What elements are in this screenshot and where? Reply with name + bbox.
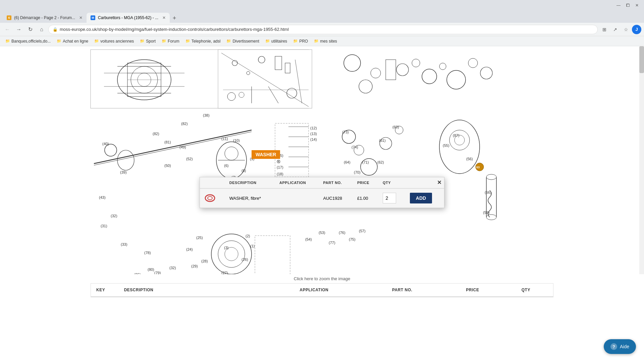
translate-icon[interactable]: ⊞ [600,25,609,34]
scrollbar-track[interactable] [639,46,644,274]
svg-text:(33): (33) [121,242,127,246]
svg-text:(43): (43) [99,195,106,199]
col-header-price: PRICE [353,177,379,188]
tab-close-forum[interactable]: ✕ [79,15,83,20]
col-header-qty: QTY [379,177,406,188]
svg-text:(52): (52) [186,157,193,161]
technical-diagram[interactable]: (40) (39) (38) (82) (82) (81) (49) (52) … [0,46,644,274]
col-header-img [200,177,225,188]
svg-text:(38): (38) [203,113,210,117]
home-button[interactable]: ⌂ [37,25,46,34]
svg-text:(82): (82) [181,122,188,126]
svg-text:(76): (76) [339,231,345,235]
bookmark-banques[interactable]: 📁 Banques,officiels,do... [3,38,53,44]
folder-icon: 📁 [226,39,231,43]
close-control[interactable]: ✕ [635,3,639,8]
svg-text:(56): (56) [466,157,473,161]
bookmark-telephonie[interactable]: 📁 Telephonie, adsl [183,38,223,44]
nav-icons: ⊞ ↗ ☆ J [600,25,641,34]
bookmark-label: Divertissement [232,39,259,44]
bookmark-label: PRO [299,39,308,44]
svg-point-108 [486,215,496,220]
tab-label-forum: (6) Démarrage - Page 2 - Forum... [14,15,75,20]
profile-icon-btn[interactable]: J [632,25,641,34]
svg-text:(74): (74) [352,145,358,149]
url-bar[interactable]: 🔒 moss-europe.co.uk/shop-by-model/mg/mga… [48,25,598,34]
svg-text:(29): (29) [191,264,198,268]
svg-rect-127 [255,236,290,274]
zoom-text[interactable]: Click here to zoom the image [0,274,644,283]
bookmark-label: voitures anciennes [100,39,134,44]
svg-text:(86): (86) [134,273,141,274]
part-image [204,192,216,204]
share-icon[interactable]: ↗ [610,25,620,34]
svg-text:(24): (24) [186,247,193,251]
table-row: WASHER, fibre* AUC1928 £1.00 ADD [200,188,444,208]
maximize-control[interactable]: ⧠ [626,3,630,8]
modal-close-button[interactable]: ✕ [437,179,441,186]
tab-carburettors[interactable]: M Carburettors - MGA (1955-62) - ... ✕ [87,13,170,23]
bookmark-label: utilitaires [271,39,287,44]
svg-text:(11): (11) [221,137,228,141]
add-to-cart-button[interactable]: ADD [410,193,432,203]
diagram-area[interactable]: (40) (39) (38) (82) (82) (81) (49) (52) … [0,46,644,297]
bookmark-achat[interactable]: 📁 Achat en ligne [54,38,91,44]
scrollbar-thumb[interactable] [639,46,644,73]
part-qty-cell [379,188,406,208]
svg-text:(13): (13) [310,132,317,136]
title-bar: — ⧠ ✕ [0,0,644,11]
bookmarks-bar: 📁 Banques,officiels,do... 📁 Achat en lig… [0,36,644,46]
svg-text:(55): (55) [443,143,449,147]
svg-text:(40): (40) [102,142,109,146]
svg-text:(1): (1) [250,244,255,248]
window-controls: — ⧠ ✕ [616,3,641,8]
svg-text:(8): (8) [241,169,246,173]
svg-point-129 [208,196,212,200]
bookmark-forum[interactable]: 📁 Forum [159,38,182,44]
nav-bar: ← → ↻ ⌂ 🔒 moss-europe.co.uk/shop-by-mode… [0,23,644,36]
qty-input[interactable] [383,193,396,203]
svg-text:(78): (78) [144,251,151,255]
svg-text:(27): (27) [221,271,228,274]
tab-favicon-forum: 6 [7,15,11,20]
bookmark-sport[interactable]: 📁 Sport [137,38,158,44]
bookmark-voitures[interactable]: 📁 voitures anciennes [92,38,137,44]
bookmark-label: Telephonie, adsl [192,39,221,44]
bottom-col-description: DESCRIPTION [119,284,294,297]
bookmark-star-icon[interactable]: ☆ [621,25,631,34]
lock-icon: 🔒 [53,27,58,32]
part-description: WASHER, fibre* [225,188,275,208]
folder-icon: 📁 [293,39,298,43]
svg-text:(82): (82) [153,132,159,136]
svg-text:(77): (77) [329,241,335,245]
reload-button[interactable]: ↻ [25,25,35,34]
svg-text:(80): (80) [148,267,154,272]
col-header-partno: PART NO. [319,177,354,188]
minimize-control[interactable]: — [616,3,621,8]
tab-forum[interactable]: 6 (6) Démarrage - Page 2 - Forum... ✕ [3,13,87,23]
bookmark-mes-sites[interactable]: 📁 mes sites [311,38,340,44]
back-button[interactable]: ← [3,25,12,34]
bottom-col-partno: PART NO. [387,284,461,297]
washer-tooltip[interactable]: WASHER [252,150,280,159]
svg-text:(87): (87) [453,133,460,137]
url-text: moss-europe.co.uk/shop-by-model/mg/mga/f… [60,27,593,32]
bookmark-label: Achat en ligne [63,39,88,44]
help-button[interactable]: ? Aide [604,339,636,354]
bookmark-pro[interactable]: 📁 PRO [290,38,311,44]
svg-text:(39): (39) [120,170,127,174]
svg-text:(79): (79) [154,271,161,274]
svg-text:(71): (71) [362,160,369,164]
profile-avatar[interactable]: J [632,25,641,34]
folder-icon: 📁 [185,39,190,43]
bottom-parts-table: KEY DESCRIPTION APPLICATION PART NO. PRI… [91,284,553,297]
bookmark-divertissement[interactable]: 📁 Divertissement [224,38,262,44]
bookmark-utilitaires[interactable]: 📁 utilitaires [263,38,290,44]
new-tab-button[interactable]: + [170,13,179,23]
tab-label-carburettors: Carburettors - MGA (1955-62) - ... [98,15,158,20]
folder-icon: 📁 [314,39,319,43]
bottom-col-key: KEY [91,284,119,297]
bottom-parts-table-section: KEY DESCRIPTION APPLICATION PART NO. PRI… [91,283,553,297]
forward-button[interactable]: → [14,25,23,34]
tab-close-carburettors[interactable]: ✕ [162,15,166,20]
